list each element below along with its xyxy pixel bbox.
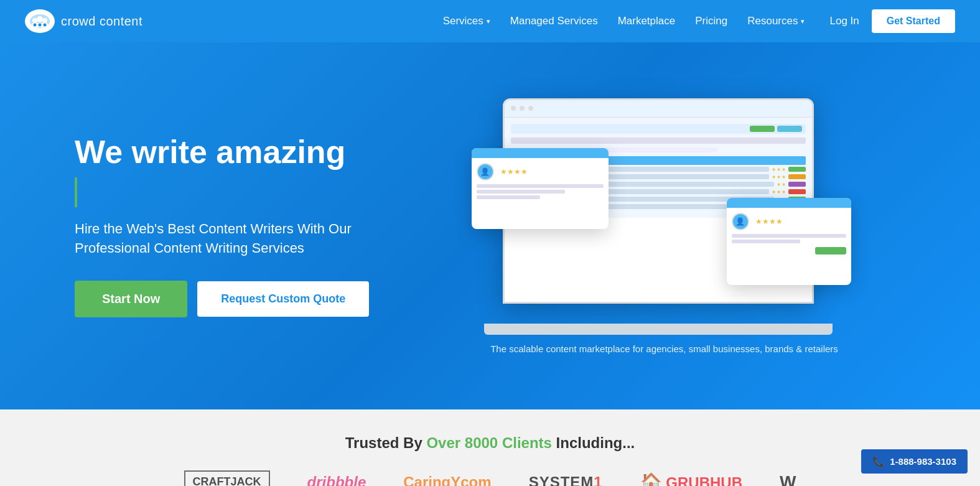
laptop-illustration: ★ ★ ★ ★ ★ ★ bbox=[484, 98, 845, 335]
trusted-heading: Trusted By Over 8000 Clients Including..… bbox=[50, 434, 930, 452]
phone-sticky-button[interactable]: 📞 1-888-983-3103 bbox=[861, 449, 968, 474]
trusted-heading-suffix: Including... bbox=[552, 434, 635, 451]
lc-header bbox=[511, 124, 806, 134]
action-button bbox=[815, 247, 846, 255]
nav-pricing-label: Pricing bbox=[695, 15, 727, 27]
row-stars: ★ ★ ★ bbox=[772, 167, 786, 172]
row-stars: ★ ★ bbox=[777, 182, 786, 187]
row-badge bbox=[788, 174, 806, 179]
nav-managed-label: Managed Services bbox=[510, 15, 598, 27]
star-icon: ★ bbox=[777, 182, 781, 187]
resources-chevron-icon: ▾ bbox=[801, 17, 805, 26]
svg-point-3 bbox=[42, 18, 47, 23]
float-card-left: 👤 ★★★★ bbox=[472, 148, 609, 229]
avatar: 👤 bbox=[477, 163, 494, 180]
fc-header bbox=[472, 148, 609, 158]
hero-headline: We write amazing bbox=[75, 134, 398, 170]
svg-point-1 bbox=[32, 18, 37, 23]
nav-auth: Log In Get Started bbox=[829, 9, 955, 33]
fc-line bbox=[477, 184, 604, 188]
green-pill bbox=[750, 126, 775, 132]
hero-accent-line bbox=[75, 177, 77, 207]
dot-1 bbox=[511, 106, 516, 111]
trusted-heading-prefix: Trusted By bbox=[345, 434, 427, 451]
action-area bbox=[732, 247, 846, 255]
star-icon: ★ bbox=[777, 189, 781, 195]
avatar: 👤 bbox=[732, 213, 749, 230]
nav-item-services[interactable]: Services ▾ bbox=[443, 15, 490, 27]
star-icon: ★ bbox=[772, 167, 776, 172]
row-badge bbox=[788, 189, 806, 194]
navbar: crowd content Services ▾ Managed Service… bbox=[0, 0, 980, 42]
brand-dribbble: dribbble bbox=[307, 474, 366, 487]
trusted-section: Trusted By Over 8000 Clients Including..… bbox=[0, 409, 980, 486]
fc-body: 👤 ★★★★ bbox=[472, 158, 609, 206]
brand-grubhub: 🏠 GRUBHUB bbox=[640, 472, 742, 486]
logo-text: crowd content bbox=[61, 14, 142, 29]
content-line bbox=[511, 138, 806, 144]
hero-content: We write amazing Hire the Web's Best Con… bbox=[75, 134, 398, 317]
svg-point-7 bbox=[44, 24, 47, 27]
nav-marketplace-label: Marketplace bbox=[618, 15, 676, 27]
hero-illustration: ★ ★ ★ ★ ★ ★ bbox=[398, 98, 930, 354]
fc-lines bbox=[732, 234, 846, 243]
row-stars: ★ ★ ★ bbox=[772, 189, 786, 195]
phone-number: 1-888-983-3103 bbox=[890, 456, 956, 467]
login-link[interactable]: Log In bbox=[829, 15, 859, 27]
blue-pill bbox=[777, 126, 802, 132]
logo-area: crowd content bbox=[25, 9, 142, 33]
logo-icon bbox=[25, 9, 55, 33]
hero-section: We write amazing Hire the Web's Best Con… bbox=[0, 42, 980, 409]
star-icon: ★ bbox=[772, 189, 776, 195]
start-now-button[interactable]: Start Now bbox=[75, 281, 187, 317]
fc-line bbox=[732, 234, 846, 238]
request-quote-button[interactable]: Request Custom Quote bbox=[197, 281, 369, 317]
row-stars: ★ ★ ★ bbox=[772, 174, 786, 180]
nav-item-pricing[interactable]: Pricing bbox=[695, 15, 727, 27]
star-icon: ★ bbox=[782, 189, 786, 195]
nav-resources-label: Resources bbox=[747, 15, 798, 27]
rating-stars: ★★★★ bbox=[755, 217, 783, 226]
float-card-right: 👤 ★★★★ bbox=[727, 198, 851, 285]
fc-body: 👤 ★★★★ bbox=[727, 208, 851, 259]
nav-item-marketplace[interactable]: Marketplace bbox=[618, 15, 676, 27]
svg-point-2 bbox=[37, 16, 43, 22]
brand-craftjack: CRAFTJACK bbox=[184, 470, 270, 486]
nav-services-label: Services bbox=[443, 15, 483, 27]
brand-caring: CaringYcom bbox=[403, 474, 491, 487]
get-started-button[interactable]: Get Started bbox=[872, 9, 955, 33]
star-icon: ★ bbox=[782, 174, 786, 180]
star-icon: ★ bbox=[782, 167, 786, 172]
star-icon: ★ bbox=[772, 174, 776, 180]
star-icon: ★ bbox=[777, 167, 781, 172]
logo-strip: CRAFTJACK dribbble CaringYcom SYSTEM1 🏠 … bbox=[50, 470, 930, 486]
nav-item-resources[interactable]: Resources ▾ bbox=[747, 15, 805, 27]
row-badge bbox=[788, 167, 806, 172]
fc-header bbox=[727, 198, 851, 208]
rating-stars: ★★★★ bbox=[500, 167, 528, 176]
svg-point-5 bbox=[34, 24, 37, 27]
nav-item-managed[interactable]: Managed Services bbox=[510, 15, 598, 27]
fc-lines bbox=[477, 184, 604, 199]
svg-point-6 bbox=[39, 24, 42, 27]
services-chevron-icon: ▾ bbox=[487, 17, 490, 26]
trusted-heading-highlight: Over 8000 Clients bbox=[426, 434, 551, 451]
brand-w: W bbox=[780, 472, 796, 487]
brand-system1: SYSTEM1 bbox=[529, 474, 603, 487]
dot-2 bbox=[520, 106, 525, 111]
star-icon: ★ bbox=[777, 174, 781, 180]
laptop-top-bar bbox=[505, 100, 812, 118]
fc-line bbox=[477, 195, 540, 199]
row-badge bbox=[788, 182, 806, 187]
laptop-base bbox=[484, 324, 833, 335]
fc-line bbox=[477, 190, 566, 194]
hero-subtext: Hire the Web's Best Content Writers With… bbox=[75, 220, 361, 258]
dot-3 bbox=[528, 106, 533, 111]
star-icon: ★ bbox=[782, 182, 786, 187]
nav-links: Services ▾ Managed Services Marketplace … bbox=[443, 15, 805, 27]
fc-line bbox=[732, 240, 800, 243]
hero-buttons: Start Now Request Custom Quote bbox=[75, 281, 398, 317]
phone-icon: 📞 bbox=[872, 456, 885, 467]
hero-caption: The scalable content marketplace for age… bbox=[490, 343, 838, 354]
